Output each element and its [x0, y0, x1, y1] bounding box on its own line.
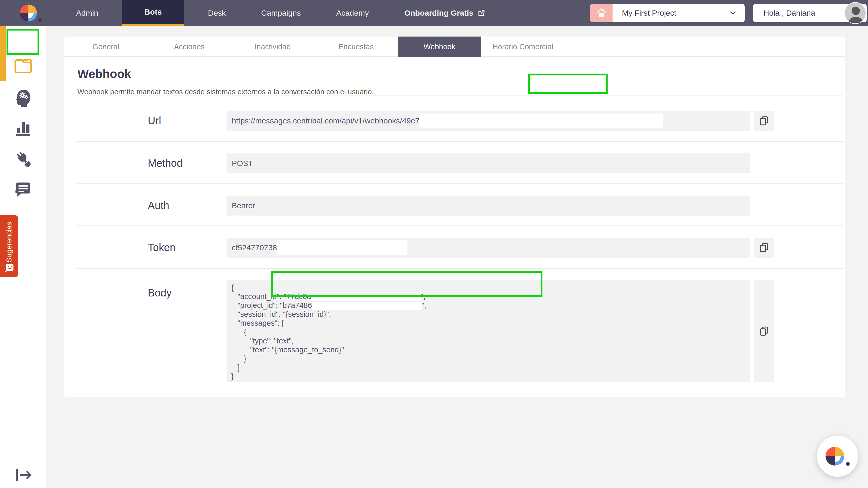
auth-field[interactable]: Bearer — [226, 196, 750, 216]
tab-horario-comercial[interactable]: Horario Comercial — [481, 36, 565, 57]
nav-item-admin[interactable]: Admin — [64, 0, 110, 26]
auth-value: Bearer — [232, 201, 255, 210]
tab-acciones[interactable]: Acciones — [148, 36, 231, 57]
chat-icon — [14, 180, 33, 199]
code-line: "session_id": "{session_id}", — [231, 310, 750, 319]
copy-body-button[interactable] — [753, 280, 774, 382]
copy-url-button[interactable] — [753, 111, 774, 131]
method-field[interactable]: POST — [226, 153, 750, 173]
home-icon — [596, 7, 607, 19]
code-line: "type": "text", — [231, 336, 750, 345]
centribal-logo-icon — [13, 4, 48, 23]
sidebar: Sugerencias — [0, 26, 46, 488]
main-nav: Admin Bots Desk Campaigns Academy Onboar… — [58, 0, 503, 26]
bot-settings-card: General Acciones Inactividad Encuestas W… — [64, 36, 845, 397]
logout-arrow-icon — [13, 467, 33, 483]
onboarding-label: Onboarding Gratis — [404, 9, 473, 18]
code-line: } — [231, 372, 750, 381]
project-selector[interactable]: My First Project — [590, 4, 745, 22]
sidebar-item-stats[interactable] — [0, 119, 46, 138]
person-icon — [845, 3, 866, 24]
body-json-field[interactable]: { "account_id": "77dc0a", "project_id": … — [226, 280, 750, 382]
code-line: "messages": [ — [231, 319, 750, 327]
code-line: "account_id": "77dc0a", — [231, 292, 750, 301]
nav-item-campaigns[interactable]: Campaigns — [249, 0, 313, 26]
divider — [78, 183, 843, 184]
folder-icon — [13, 58, 33, 75]
tab-encuestas[interactable]: Encuestas — [314, 36, 398, 57]
suggestions-tab[interactable]: Sugerencias — [0, 215, 18, 277]
feedback-smiley-icon — [4, 263, 14, 272]
redaction-box — [277, 240, 407, 255]
code-line: { — [231, 283, 750, 292]
code-line: } — [231, 354, 750, 363]
redaction-box — [311, 294, 421, 302]
code-line: "text": "{message_to_send}" — [231, 345, 750, 354]
method-value: POST — [232, 159, 253, 168]
token-value: cf524770738 — [232, 243, 277, 252]
auth-label: Auth — [148, 200, 169, 211]
nav-item-onboarding[interactable]: Onboarding Gratis — [392, 0, 497, 26]
chevron-down-icon[interactable] — [728, 9, 745, 18]
copy-icon — [758, 242, 770, 253]
project-home-block — [590, 4, 613, 22]
nav-item-academy[interactable]: Academy — [324, 0, 381, 26]
method-label: Method — [148, 157, 183, 169]
page-title: Webhook — [78, 67, 131, 81]
tab-general[interactable]: General — [64, 36, 148, 57]
annotation-highlight-webhook-tab — [528, 74, 608, 94]
divider — [78, 95, 843, 96]
plug-icon — [13, 149, 33, 169]
redaction-box — [420, 114, 663, 128]
nav-item-bots[interactable]: Bots — [122, 0, 184, 26]
copy-icon — [758, 115, 770, 126]
user-menu[interactable]: Hola , Dahiana — [753, 4, 867, 22]
external-link-icon — [477, 9, 485, 17]
sidebar-item-intelligence[interactable] — [0, 88, 46, 108]
sidebar-item-conversations[interactable] — [0, 180, 46, 199]
avatar[interactable] — [844, 2, 866, 24]
code-line: ] — [231, 363, 750, 372]
code-line: "project_id": "b7a7486", — [231, 301, 750, 310]
url-field[interactable]: https://messages.centribal.com/api/v1/we… — [226, 111, 750, 131]
brand-logo[interactable] — [0, 0, 58, 26]
collapse-sidebar-button[interactable] — [13, 467, 33, 484]
divider — [78, 141, 843, 142]
project-name: My First Project — [613, 9, 728, 18]
page-description: Webhook permite mandar textos desde sist… — [78, 88, 374, 96]
copy-icon — [758, 325, 770, 337]
sidebar-item-bots-folder[interactable] — [0, 58, 46, 75]
brain-gears-icon — [13, 88, 33, 108]
divider — [78, 226, 843, 226]
main-content-area: General Acciones Inactividad Encuestas W… — [46, 26, 868, 488]
token-field[interactable]: cf524770738 — [226, 238, 750, 258]
url-value: https://messages.centribal.com/api/v1/we… — [232, 116, 420, 125]
nav-item-desk[interactable]: Desk — [196, 0, 238, 26]
url-label: Url — [148, 115, 161, 126]
bar-chart-icon — [14, 119, 33, 138]
code-line: { — [231, 327, 750, 336]
copy-token-button[interactable] — [753, 238, 774, 258]
divider — [78, 268, 843, 269]
suggestions-label: Sugerencias — [5, 222, 13, 262]
tab-webhook[interactable]: Webhook — [398, 36, 481, 57]
top-navbar: Admin Bots Desk Campaigns Academy Onboar… — [0, 0, 868, 26]
body-label: Body — [148, 287, 172, 299]
tab-inactividad[interactable]: Inactividad — [231, 36, 314, 57]
sidebar-item-integrations[interactable] — [0, 149, 46, 169]
centribal-logo-icon — [825, 445, 850, 467]
brand-fab-button[interactable] — [817, 435, 858, 477]
bot-tabs: General Acciones Inactividad Encuestas W… — [64, 36, 845, 57]
token-label: Token — [148, 242, 176, 253]
redaction-box — [312, 303, 422, 310]
